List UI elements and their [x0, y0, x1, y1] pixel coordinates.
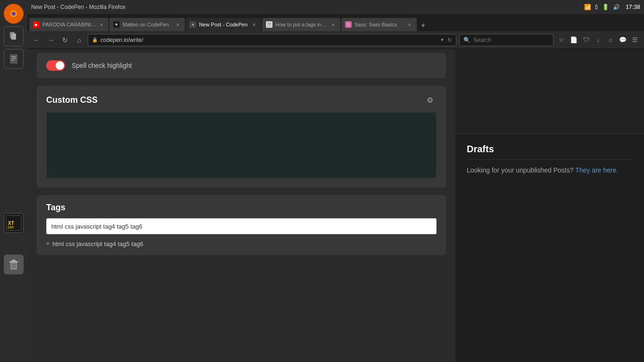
drafts-title: Drafts [467, 144, 633, 160]
svg-rect-13 [9, 261, 18, 263]
spell-check-toggle[interactable] [46, 60, 65, 71]
forward-button[interactable]: → [45, 34, 57, 46]
tab-label-parodia: PARODIA CARABINI... [42, 22, 95, 27]
bluetooth-system-icon: ₿ [595, 4, 598, 10]
sidebar: Drafts Looking for your unpublished Post… [455, 49, 644, 362]
clock: 17:38 [626, 4, 640, 10]
tab-parodia[interactable]: ▶ PARODIA CARABINI... × [29, 18, 108, 31]
toggle-knob [56, 61, 64, 70]
custom-css-header: Custom CSS ⚙ [46, 93, 437, 107]
tab-bar: ▶ PARODIA CARABINI... × ✦ Matteo on Code… [27, 14, 644, 31]
title-bar: New Post - CodePen - Mozilla Firefox 📶 ₿… [27, 0, 644, 14]
svg-point-2 [12, 12, 16, 16]
tab-favicon-howtag: ? [266, 21, 272, 28]
search-icon: 🔍 [463, 37, 471, 43]
tag-list: × html css javascript tag4 tag5 tag6 [46, 239, 437, 247]
tab-matteo[interactable]: ✦ Matteo on CodePen × [109, 18, 185, 31]
address-dropdown-icon[interactable]: ▼ [440, 37, 445, 42]
nav-icons: ☆ 📄 🛡 ↓ ⌂ 💬 ☰ [556, 35, 640, 45]
battery-icon: 🔋 [602, 4, 609, 10]
drafts-link[interactable]: They are here. [575, 166, 618, 174]
firefox-icon[interactable] [4, 4, 24, 24]
tab-label-howtag: How to put a tags in ... [275, 22, 327, 27]
tab-sass[interactable]: S Sass: Sass Basics × [341, 18, 417, 31]
page-content: Spell check highlight Custom CSS ⚙ Tags … [27, 49, 644, 362]
address-text: codepen.io/write/ [100, 37, 437, 43]
menu-icon[interactable]: ☰ [630, 35, 640, 45]
files-icon[interactable] [4, 26, 24, 46]
tab-close-newpost[interactable]: × [251, 21, 257, 28]
search-bar[interactable]: 🔍 [459, 34, 553, 46]
nav-bar: ← → ↻ ⌂ 🔒 codepen.io/write/ ▼ ↻ 🔍 ☆ 📄 🛡 … [27, 31, 644, 49]
notepad-icon[interactable] [4, 49, 24, 69]
tab-close-sass[interactable]: × [406, 21, 413, 28]
browser-window: New Post - CodePen - Mozilla Firefox 📶 ₿… [27, 0, 644, 362]
tab-close-howtag[interactable]: × [330, 21, 337, 28]
custom-css-gear-icon[interactable]: ⚙ [423, 93, 437, 107]
tab-label-sass: Sass: Sass Basics [355, 22, 404, 27]
tab-favicon-sass: S [345, 21, 352, 28]
drafts-description: Looking for your unpublished Posts? [467, 166, 573, 174]
drafts-text: Looking for your unpublished Posts? They… [467, 166, 633, 174]
tab-close-matteo[interactable]: × [174, 21, 181, 28]
taskbar: XT ERM [0, 0, 27, 362]
tab-favicon-matteo: ✦ [113, 21, 120, 28]
svg-rect-14 [12, 260, 16, 261]
tab-close-parodia[interactable]: × [98, 21, 105, 28]
reader-view-icon[interactable]: 📄 [569, 35, 579, 45]
tab-newpost[interactable]: ✦ New Post - CodePen × [186, 18, 261, 31]
wifi-system-icon: 📶 [584, 4, 591, 10]
shield-icon[interactable]: 🛡 [581, 35, 591, 45]
tag-value: html css javascript tag4 tag5 tag6 [52, 240, 143, 247]
tab-howtag[interactable]: ? How to put a tags in ... × [262, 18, 340, 31]
spell-check-label: Spell check highlight [72, 62, 132, 69]
trash-icon[interactable] [4, 255, 24, 274]
search-input[interactable] [473, 37, 549, 43]
reload-button[interactable]: ↻ [59, 34, 71, 46]
terminal-icon[interactable]: XT ERM [4, 213, 24, 233]
tag-remove-icon[interactable]: × [46, 240, 50, 247]
spell-check-section: Spell check highlight [37, 53, 446, 78]
bookmark-star-icon[interactable]: ☆ [556, 35, 567, 45]
custom-css-section: Custom CSS ⚙ [37, 86, 446, 188]
tab-favicon-newpost: ✦ [190, 21, 196, 28]
sound-icon: 🔊 [613, 4, 620, 10]
tab-label-matteo: Matteo on CodePen [123, 22, 172, 27]
address-bar[interactable]: 🔒 codepen.io/write/ ▼ ↻ [88, 34, 456, 46]
downloads-icon[interactable]: ↓ [593, 35, 603, 45]
home-nav-icon[interactable]: ⌂ [605, 35, 616, 45]
svg-rect-5 [10, 54, 17, 64]
browser-title: New Post - CodePen - Mozilla Firefox [31, 4, 125, 10]
sidebar-top [455, 49, 644, 134]
tab-label-newpost: New Post - CodePen [199, 22, 248, 27]
drafts-section: Drafts Looking for your unpublished Post… [455, 134, 644, 183]
custom-css-editor[interactable] [46, 112, 437, 178]
svg-text:ERM: ERM [8, 226, 14, 230]
address-refresh-icon[interactable]: ↻ [447, 37, 452, 43]
custom-css-title: Custom CSS [46, 95, 98, 105]
main-content-area: Spell check highlight Custom CSS ⚙ Tags … [27, 49, 455, 362]
svg-rect-4 [11, 33, 16, 40]
back-button[interactable]: ← [31, 34, 42, 46]
home-button[interactable]: ⌂ [74, 34, 85, 46]
tab-favicon-youtube: ▶ [33, 21, 40, 28]
tag-item: × html css javascript tag4 tag5 tag6 [46, 240, 143, 247]
add-tab-button[interactable]: + [418, 20, 429, 31]
tags-input[interactable] [46, 218, 437, 234]
chat-icon[interactable]: 💬 [618, 35, 628, 45]
tags-section: Tags × html css javascript tag4 tag5 tag… [37, 195, 446, 255]
tags-title: Tags [46, 203, 66, 212]
lock-icon: 🔒 [92, 37, 98, 42]
